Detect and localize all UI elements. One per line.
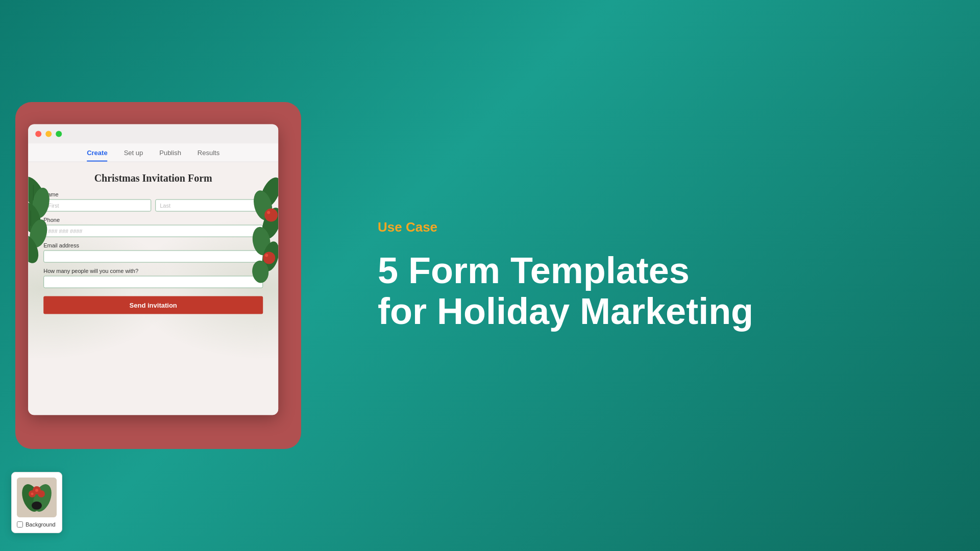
- holly-right-decoration: [250, 172, 278, 285]
- use-case-label: Use Case: [378, 219, 939, 235]
- browser-window: Create Set up Publish Results: [28, 124, 278, 415]
- name-inputs-row: [43, 199, 263, 212]
- svg-point-16: [265, 254, 268, 257]
- browser-nav: Create Set up Publish Results: [28, 144, 278, 162]
- form-area: Christmas Invitation Form Name Phone Ema…: [28, 162, 278, 415]
- minimize-button-icon[interactable]: [45, 131, 52, 137]
- background-preview-thumbnail: [17, 478, 57, 517]
- holly-left-decoration: [28, 167, 59, 269]
- maximize-button-icon[interactable]: [56, 131, 62, 137]
- email-field-group: Email address: [43, 242, 263, 263]
- svg-point-23: [35, 489, 38, 492]
- heading-line1: 5 Form Templates: [378, 250, 690, 291]
- background-checkbox[interactable]: [17, 521, 23, 528]
- background-selector-popup: Background: [11, 472, 62, 533]
- close-button-icon[interactable]: [35, 131, 41, 137]
- phone-label: Phone: [43, 217, 263, 223]
- background-label: Background: [26, 521, 56, 528]
- heading-line2: for Holiday Marketing: [378, 291, 753, 332]
- first-name-input[interactable]: [43, 199, 151, 212]
- tab-publish[interactable]: Publish: [159, 149, 181, 162]
- name-field-group: Name: [43, 191, 263, 212]
- phone-input[interactable]: [43, 225, 263, 237]
- right-panel: Use Case 5 Form Templates for Holiday Ma…: [316, 179, 980, 372]
- tab-setup[interactable]: Set up: [124, 149, 143, 162]
- last-name-input[interactable]: [155, 199, 263, 212]
- berry-mid-decoration: [262, 252, 276, 265]
- email-input[interactable]: [43, 251, 263, 263]
- people-count-input[interactable]: [43, 276, 263, 288]
- name-label: Name: [43, 191, 263, 197]
- svg-point-24: [31, 493, 34, 495]
- berry-top-decoration: [264, 208, 278, 222]
- svg-point-14: [267, 211, 270, 214]
- send-invitation-button[interactable]: Send invitation: [43, 296, 263, 314]
- people-count-label: How many people will you come with?: [43, 268, 263, 274]
- email-label: Email address: [43, 242, 263, 248]
- svg-point-15: [263, 252, 275, 264]
- phone-field-group: Phone: [43, 217, 263, 237]
- tab-results[interactable]: Results: [198, 149, 219, 162]
- form-title: Christmas Invitation Form: [43, 172, 263, 184]
- people-count-field-group: How many people will you come with?: [43, 268, 263, 288]
- browser-titlebar: [28, 124, 278, 144]
- tab-create[interactable]: Create: [87, 149, 107, 162]
- background-checkbox-row: Background: [17, 521, 57, 528]
- main-heading: 5 Form Templates for Holiday Marketing: [378, 251, 939, 331]
- svg-point-25: [32, 502, 42, 510]
- svg-point-22: [38, 490, 45, 497]
- svg-point-13: [264, 209, 278, 222]
- left-panel: Create Set up Publish Results: [0, 0, 316, 551]
